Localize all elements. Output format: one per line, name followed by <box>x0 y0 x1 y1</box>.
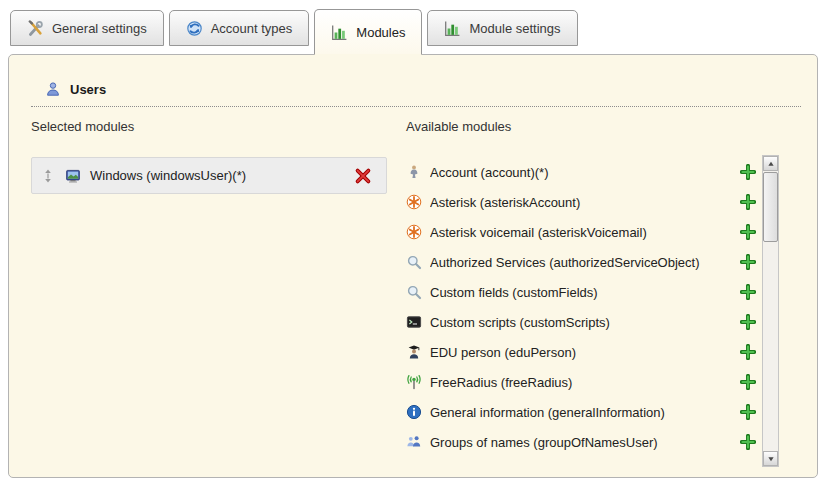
available-modules-list: Account (account)(*) Asterisk (asteriskA… <box>406 157 756 457</box>
available-module-label: Account (account)(*) <box>430 165 732 180</box>
tab-label: Account types <box>211 21 293 36</box>
tab-label: General settings <box>52 21 147 36</box>
add-icon[interactable] <box>740 224 756 240</box>
windows-module-icon <box>65 168 81 184</box>
tab-label: Module settings <box>469 21 560 36</box>
selected-module-row[interactable]: Windows (windowsUser)(*) <box>31 157 387 194</box>
available-module-row: Asterisk (asteriskAccount) <box>406 187 756 217</box>
lam-configuration-window: General settings Account types Modules M… <box>0 0 826 486</box>
scroll-down-icon <box>766 454 776 464</box>
add-icon[interactable] <box>740 374 756 390</box>
available-module-label: Custom fields (customFields) <box>430 285 732 300</box>
scroll-up-icon <box>766 159 776 169</box>
chart-icon <box>331 24 348 41</box>
add-icon[interactable] <box>740 314 756 330</box>
users-section-header: Users <box>31 81 801 107</box>
selected-modules-list: Windows (windowsUser)(*) <box>31 157 387 194</box>
group-icon <box>406 434 422 450</box>
add-icon[interactable] <box>740 434 756 450</box>
account-icon <box>406 164 422 180</box>
modules-tab-panel: Users Selected modules Available modules… <box>8 54 818 478</box>
scroll-up-button[interactable] <box>763 156 778 171</box>
add-icon[interactable] <box>740 344 756 360</box>
available-module-label: FreeRadius (freeRadius) <box>430 375 732 390</box>
available-module-label: General information (generalInformation) <box>430 405 732 420</box>
available-module-label: Asterisk voicemail (asteriskVoicemail) <box>430 225 732 240</box>
drag-handle-icon[interactable] <box>40 168 56 184</box>
tab-modules[interactable]: Modules <box>314 9 422 55</box>
tab-label: Modules <box>356 25 405 40</box>
add-icon[interactable] <box>740 284 756 300</box>
tab-module-settings[interactable]: Module settings <box>427 10 577 46</box>
available-module-row: General information (generalInformation) <box>406 397 756 427</box>
add-icon[interactable] <box>740 164 756 180</box>
tab-account-types[interactable]: Account types <box>169 10 310 46</box>
available-modules-scrollbar[interactable] <box>762 155 779 467</box>
available-module-row: Asterisk voicemail (asteriskVoicemail) <box>406 217 756 247</box>
selected-module-label: Windows (windowsUser)(*) <box>90 168 345 183</box>
selected-modules-heading: Selected modules <box>31 119 134 134</box>
available-module-row: Account (account)(*) <box>406 157 756 187</box>
available-module-row: Custom scripts (customScripts) <box>406 307 756 337</box>
terminal-icon <box>406 314 422 330</box>
add-icon[interactable] <box>740 194 756 210</box>
users-icon <box>45 81 61 97</box>
available-module-row: Custom fields (customFields) <box>406 277 756 307</box>
chart-icon <box>444 20 461 37</box>
available-module-row: FreeRadius (freeRadius) <box>406 367 756 397</box>
asterisk-icon <box>406 224 422 240</box>
magnifier-icon <box>406 284 422 300</box>
available-module-row: Groups of names (groupOfNamesUser) <box>406 427 756 457</box>
account-types-icon <box>186 20 203 37</box>
available-module-label: Authorized Services (authorizedServiceOb… <box>430 255 732 270</box>
available-module-label: Asterisk (asteriskAccount) <box>430 195 732 210</box>
available-module-row: EDU person (eduPerson) <box>406 337 756 367</box>
tools-icon <box>27 20 44 37</box>
asterisk-icon <box>406 194 422 210</box>
available-module-label: EDU person (eduPerson) <box>430 345 732 360</box>
available-module-label: Groups of names (groupOfNamesUser) <box>430 435 732 450</box>
delete-icon[interactable] <box>354 167 372 185</box>
scrollbar-thumb[interactable] <box>763 172 778 242</box>
tab-general-settings[interactable]: General settings <box>10 10 164 46</box>
scroll-down-button[interactable] <box>763 451 778 466</box>
available-module-label: Custom scripts (customScripts) <box>430 315 732 330</box>
available-modules-heading: Available modules <box>406 119 511 134</box>
section-title: Users <box>70 82 106 97</box>
available-module-row: Authorized Services (authorizedServiceOb… <box>406 247 756 277</box>
antenna-icon <box>406 374 422 390</box>
magnifier-icon <box>406 254 422 270</box>
add-icon[interactable] <box>740 254 756 270</box>
add-icon[interactable] <box>740 404 756 420</box>
edu-person-icon <box>406 344 422 360</box>
tab-bar: General settings Account types Modules M… <box>10 8 578 55</box>
info-icon <box>406 404 422 420</box>
